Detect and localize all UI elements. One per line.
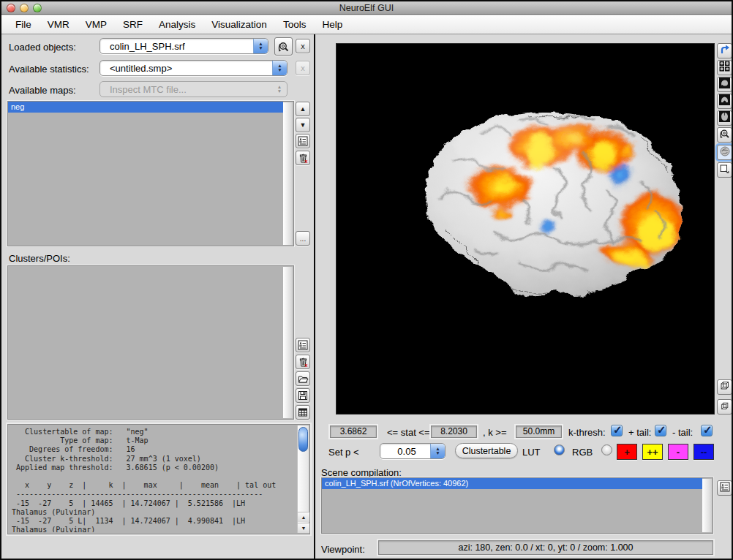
- srf-inspect-button[interactable]: [274, 37, 293, 56]
- stat-lower-threshold-field[interactable]: 3.6862: [330, 425, 377, 438]
- coronal-slice-icon: [719, 94, 730, 108]
- rgb-negneg-color-button[interactable]: --: [693, 444, 714, 460]
- stat-upper-threshold-field[interactable]: 8.2030: [431, 425, 477, 438]
- cluster-save-button[interactable]: [296, 388, 310, 403]
- menu-srf[interactable]: SRF: [115, 19, 151, 30]
- cube-wireframe-icon: [719, 380, 730, 394]
- menu-help[interactable]: Help: [314, 19, 350, 30]
- open-folder-icon: [298, 374, 309, 385]
- map-delete-button[interactable]: x: [296, 151, 310, 165]
- menu-file[interactable]: File: [7, 19, 40, 30]
- console-scroll-up-button[interactable]: ▲: [298, 512, 309, 522]
- available-maps-placeholder: Inspect MTC file...: [100, 84, 272, 95]
- viewpoint-label: Viewpoint:: [321, 544, 365, 555]
- k-thresh-checkbox[interactable]: [611, 425, 623, 436]
- cluster-delete-button[interactable]: x: [296, 355, 310, 369]
- menu-analysis[interactable]: Analysis: [151, 19, 203, 30]
- properties-form-icon: [298, 136, 308, 146]
- scene-cube-button[interactable]: [717, 379, 732, 395]
- scene-cube-small-button[interactable]: [717, 399, 732, 415]
- viewpoint-field[interactable]: azi: 180, zen: 0.0 / xt: 0, yt: 0 / zoom…: [378, 540, 713, 555]
- brain-render: [337, 44, 714, 414]
- zoom-view-button[interactable]: [717, 127, 732, 143]
- properties-form-icon: [298, 340, 308, 350]
- p-value-dropdown[interactable]: 0.05 ▲▼: [380, 443, 446, 459]
- detach-window-button[interactable]: [717, 162, 732, 178]
- loaded-objects-value: colin_LH_SPH.srf: [100, 41, 253, 52]
- surface-view-button[interactable]: [717, 145, 732, 160]
- coronal-view-button[interactable]: [717, 94, 732, 109]
- lut-label: LUT: [522, 447, 541, 458]
- cluster-load-button[interactable]: [296, 371, 310, 386]
- trash-delete-icon: x: [298, 357, 309, 368]
- pos-tail-label: + tail:: [628, 427, 651, 438]
- down-arrow-icon: ▼: [300, 121, 307, 129]
- rgb-pospos-color-button[interactable]: ++: [642, 444, 663, 460]
- title-bar[interactable]: NeuroElf GUI: [1, 1, 732, 15]
- scene-properties-button[interactable]: [717, 480, 732, 496]
- three-slice-view-button[interactable]: [717, 60, 732, 75]
- cluster-table-button[interactable]: [296, 405, 310, 420]
- map-properties-button[interactable]: [296, 134, 310, 148]
- close-statistics-button: x: [296, 61, 310, 75]
- multi-slice-icon: [719, 61, 730, 75]
- up-arrow-icon: ▲: [300, 105, 307, 113]
- neuroelf-window: NeuroElf GUI File VMR VMP SRF Analysis V…: [0, 0, 733, 560]
- clusters-list-scrollbar[interactable]: [283, 267, 293, 418]
- maps-list-scrollbar[interactable]: [283, 102, 293, 245]
- properties-form-icon: [720, 482, 730, 495]
- magnifier-rotate-icon: [719, 128, 731, 143]
- rgb-label: RGB: [572, 447, 593, 458]
- map-move-down-button[interactable]: ▼: [296, 118, 310, 132]
- k-threshold-field[interactable]: 50.0mm: [516, 425, 562, 438]
- neg-tail-checkbox[interactable]: [701, 425, 713, 436]
- neg-tail-label: - tail:: [672, 427, 693, 438]
- stepper-arrows-icon[interactable]: ▲▼: [253, 39, 268, 53]
- available-statistics-value: <untitled.smp>: [100, 63, 272, 74]
- available-statistics-dropdown[interactable]: <untitled.smp> ▲▼: [99, 60, 287, 76]
- console-scrollbar[interactable]: ▲ ▼: [297, 425, 309, 533]
- maps-list-item[interactable]: neg: [8, 102, 283, 113]
- sagittal-view-button[interactable]: [717, 77, 732, 92]
- console-scrollbar-thumb[interactable]: [298, 427, 308, 452]
- menu-vmp[interactable]: VMP: [78, 19, 115, 30]
- rgb-neg-color-button[interactable]: -: [668, 444, 688, 460]
- lut-radio[interactable]: [554, 444, 565, 455]
- p-value: 0.05: [380, 446, 430, 457]
- window-export-icon: [719, 163, 730, 177]
- loaded-objects-dropdown[interactable]: colin_LH_SPH.srf ▲▼: [99, 38, 268, 54]
- loaded-objects-label: Loaded objects:: [9, 42, 76, 53]
- maps-list[interactable]: neg: [7, 101, 294, 246]
- stepper-arrows-icon[interactable]: ▲▼: [430, 444, 445, 458]
- stat-between-label: <= stat <=: [387, 427, 430, 438]
- available-statistics-label: Available statistics:: [9, 64, 89, 75]
- close-object-button[interactable]: x: [296, 39, 310, 53]
- rgb-pos-color-button[interactable]: +: [617, 444, 637, 460]
- menu-visualization[interactable]: Visualization: [203, 19, 275, 30]
- clusters-list[interactable]: [7, 265, 294, 420]
- menu-vmr[interactable]: VMR: [40, 19, 78, 30]
- scene-list-item[interactable]: colin_LH_SPH.srf (NrOfVertices: 40962): [322, 478, 702, 489]
- cluster-properties-button[interactable]: [296, 338, 310, 352]
- undock-view-button[interactable]: [717, 43, 732, 58]
- menu-bar: File VMR VMP SRF Analysis Visualization …: [1, 15, 732, 34]
- scene-list-scrollbar[interactable]: [702, 479, 712, 532]
- clustertable-output[interactable]: Clustertable of map: "neg" Type of map: …: [7, 424, 310, 534]
- stepper-arrows-icon[interactable]: ▲▼: [272, 61, 287, 75]
- rgb-radio[interactable]: [601, 444, 612, 455]
- panel-divider: [314, 34, 315, 559]
- axial-view-button[interactable]: [717, 110, 732, 126]
- scene-compilation-list[interactable]: colin_LH_SPH.srf (NrOfVertices: 40962): [321, 477, 713, 534]
- pos-tail-checkbox[interactable]: [655, 425, 666, 436]
- save-floppy-icon: [298, 390, 308, 401]
- table-grid-icon: [298, 407, 308, 417]
- surface-render-viewport[interactable]: [336, 43, 715, 415]
- console-scroll-down-button[interactable]: ▼: [298, 523, 309, 533]
- available-maps-label: Available maps:: [9, 85, 76, 96]
- menu-tools[interactable]: Tools: [275, 19, 315, 30]
- clustertable-button[interactable]: Clustertable: [455, 443, 518, 458]
- svg-text:x: x: [304, 363, 307, 368]
- k-thresh-label: k-thresh:: [568, 427, 606, 438]
- map-more-button[interactable]: ...: [296, 231, 310, 246]
- map-move-up-button[interactable]: ▲: [296, 102, 310, 116]
